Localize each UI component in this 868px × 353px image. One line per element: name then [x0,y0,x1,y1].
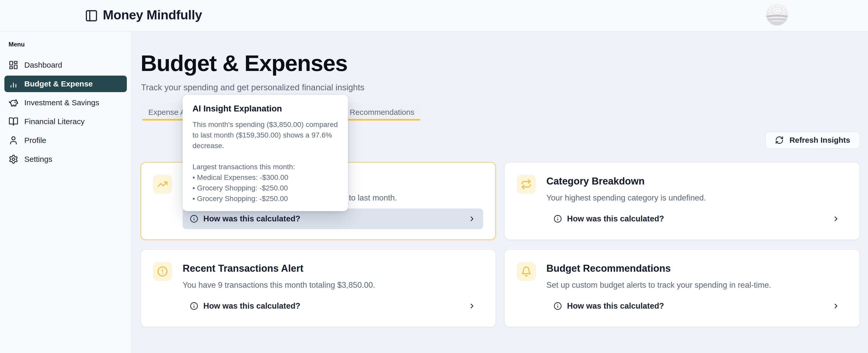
chevron-right-icon [832,302,840,310]
how-calculated-button[interactable]: How was this calculated? [547,296,847,316]
panel-left-icon [85,9,98,23]
how-calculated-button[interactable]: How was this calculated? [183,296,483,316]
card-description: Your highest spending category is undefi… [547,193,706,203]
info-icon [190,302,198,310]
how-calculated-label: How was this calculated? [567,302,827,311]
user-icon [8,136,18,145]
popover-title: AI Insight Explanation [192,104,338,113]
info-icon [554,302,562,310]
bar-chart-icon [8,79,18,89]
sidebar-item-dashboard[interactable]: Dashboard [4,57,127,73]
app-header: Money Mindfully [0,0,868,32]
info-icon [190,215,198,223]
book-open-icon [8,117,18,127]
bell-icon [517,262,536,281]
sidebar-nav: Menu Dashboard Budget & Expense Investme… [0,32,132,353]
sidebar-item-label: Settings [24,155,52,164]
sidebar-item-settings[interactable]: Settings [4,151,127,168]
page-subtitle: Track your spending and get personalized… [141,82,365,93]
popover-bullet: • Grocery Shopping: -$250.00 [192,193,338,204]
popover-paragraph-line: to last month ($159,350.00) shows a 97.6… [192,130,338,140]
sidebar-item-label: Profile [24,136,46,145]
chevron-right-icon [468,302,476,310]
how-calculated-label: How was this calculated? [203,214,463,223]
how-calculated-button[interactable]: How was this calculated? [547,209,847,229]
sidebar-item-label: Dashboard [24,61,62,69]
page-title: Budget & Expenses [141,50,347,76]
chevron-right-icon [468,215,476,223]
sidebar-toggle-button[interactable] [84,8,99,23]
gear-icon [8,154,18,164]
sidebar-item-financial-literacy[interactable]: Financial Literacy [4,113,127,130]
card-title: Category Breakdown [547,176,645,187]
sidebar-menu-label: Menu [8,41,127,48]
insight-card-category-breakdown: Category Breakdown Your highest spending… [504,162,860,240]
info-icon [554,215,562,223]
refresh-icon [775,136,784,144]
popover-paragraph-line: decrease. [192,140,338,151]
insight-card-recent-transactions: Recent Transactions Alert You have 9 tra… [141,249,496,327]
how-calculated-button[interactable]: How was this calculated? [183,209,483,229]
sidebar-item-profile[interactable]: Profile [4,132,127,149]
piggy-bank-icon [8,98,18,108]
popover-bullet: • Grocery Shopping: -$250.00 [192,183,338,193]
how-calculated-label: How was this calculated? [567,214,827,223]
trending-up-icon [153,175,172,194]
card-title: Budget Recommendations [547,263,671,274]
sidebar-item-budget-expense[interactable]: Budget & Expense [4,76,127,92]
popover-paragraph-line: This month's spending ($3,850.00) compar… [192,119,338,130]
how-calculated-label: How was this calculated? [203,302,463,311]
repeat-icon [517,175,536,194]
dashboard-grid-icon [8,60,18,70]
ai-insight-popover: AI Insight Explanation This month's spen… [183,95,348,211]
card-description: Set up custom budget alerts to track you… [547,281,771,290]
app-title: Money Mindfully [103,7,202,23]
sidebar-item-label: Financial Literacy [24,117,85,126]
popover-spacer [192,151,338,162]
user-avatar[interactable] [766,4,788,26]
sidebar-item-label: Investment & Savings [24,98,99,107]
card-title: Recent Transactions Alert [183,263,303,274]
sidebar-item-investment-savings[interactable]: Investment & Savings [4,95,127,111]
alert-circle-icon [153,262,172,281]
refresh-insights-button[interactable]: Refresh Insights [765,132,860,149]
card-description: You have 9 transactions this month total… [183,281,375,290]
chevron-right-icon [832,215,840,223]
refresh-insights-label: Refresh Insights [789,136,850,144]
sidebar-item-label: Budget & Expense [24,79,93,88]
popover-bullet: • Medical Expenses: -$300.00 [192,172,338,183]
insight-card-budget-recommendations: Budget Recommendations Set up custom bud… [504,249,860,327]
popover-list-intro: Largest transactions this month: [192,162,338,172]
